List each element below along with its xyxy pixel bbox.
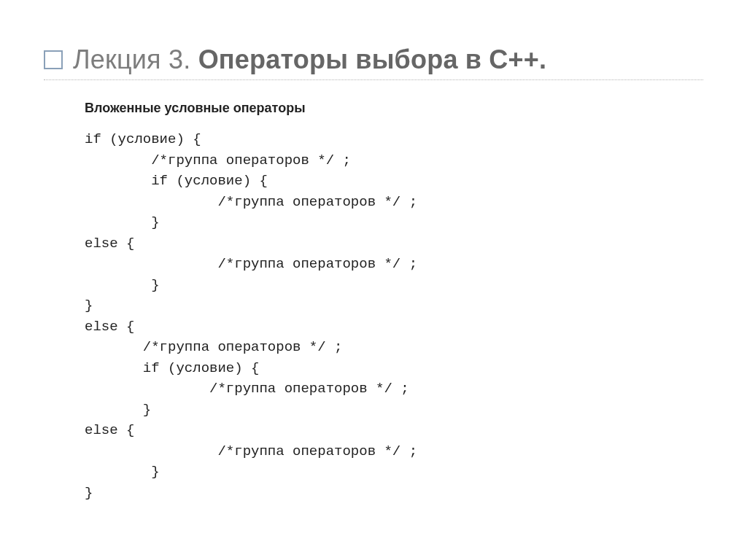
title-bold: Операторы выбора в С++.: [198, 44, 547, 74]
title-light: Лекция 3.: [73, 44, 198, 74]
subheading: Вложенные условные операторы: [85, 101, 703, 116]
title-row: Лекция 3. Операторы выбора в С++.: [44, 44, 703, 80]
slide: Лекция 3. Операторы выбора в С++. Вложен…: [0, 0, 747, 560]
code-block: if (условие) { /*группа операторов */ ; …: [85, 129, 703, 503]
slide-title: Лекция 3. Операторы выбора в С++.: [73, 44, 546, 75]
slide-body: Вложенные условные операторы if (условие…: [44, 101, 703, 503]
title-bullet-icon: [44, 50, 63, 69]
